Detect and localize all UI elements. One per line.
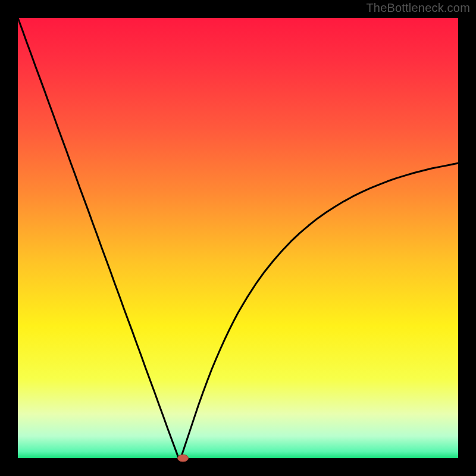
chart-svg: [0, 0, 476, 476]
chart-plot-area: [18, 18, 458, 458]
chart-container: TheBottleneck.com: [0, 0, 476, 476]
watermark-text: TheBottleneck.com: [366, 1, 470, 15]
optimal-point-marker: [178, 455, 189, 462]
